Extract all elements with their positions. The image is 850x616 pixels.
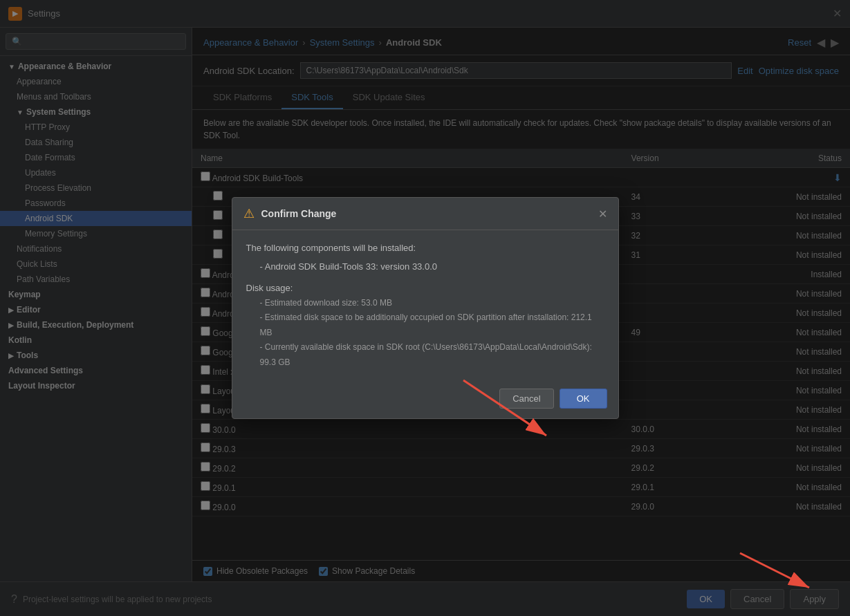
- dialog-footer: Cancel OK: [232, 382, 618, 418]
- dialog-title-bar: ⚠ Confirm Change ✕: [232, 198, 618, 230]
- disk-item-1: - Estimated download size: 53.0 MB: [260, 296, 604, 311]
- warning-icon: ⚠: [243, 206, 255, 221]
- dialog-disk-label: Disk usage:: [246, 281, 604, 296]
- dialog-ok-button[interactable]: OK: [560, 389, 607, 409]
- confirm-change-dialog: ⚠ Confirm Change ✕ The following compone…: [232, 197, 619, 418]
- dialog-title: Confirm Change: [261, 208, 598, 219]
- dialog-overlay: ⚠ Confirm Change ✕ The following compone…: [0, 0, 850, 616]
- dialog-intro-text: The following components will be install…: [246, 241, 604, 256]
- dialog-component-text: - Android SDK Build-Tools 33: version 33…: [260, 260, 604, 274]
- dialog-disk-items: - Estimated download size: 53.0 MB - Est…: [260, 296, 604, 371]
- dialog-body: The following components will be install…: [232, 230, 618, 381]
- dialog-cancel-button[interactable]: Cancel: [499, 389, 553, 409]
- disk-item-2: - Estimated disk space to be additionall…: [260, 310, 604, 340]
- dialog-close-icon[interactable]: ✕: [598, 207, 607, 221]
- disk-item-3: - Currently available disk space in SDK …: [260, 340, 604, 370]
